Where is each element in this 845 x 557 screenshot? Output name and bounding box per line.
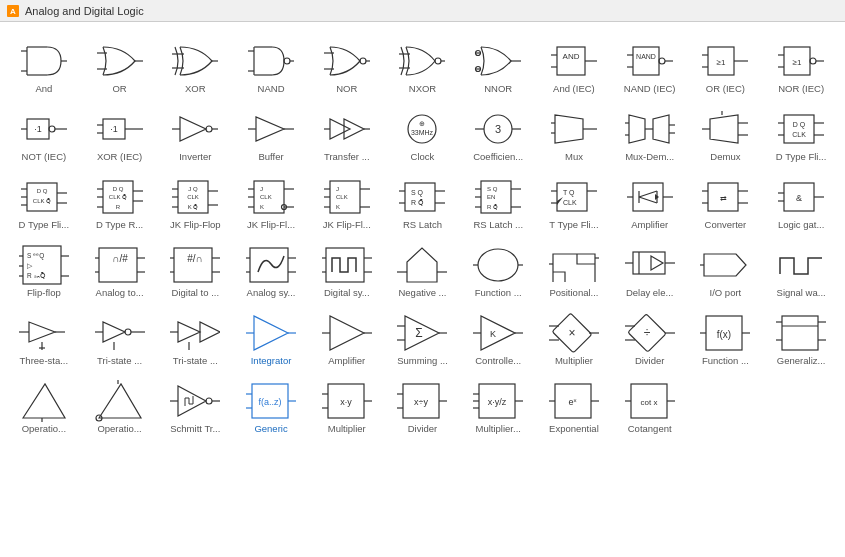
svg-text:R: R xyxy=(115,204,120,210)
svg-text:J: J xyxy=(336,186,339,192)
inverter-cell[interactable]: Inverter xyxy=(157,98,233,166)
svg-marker-237 xyxy=(704,254,746,276)
transfer-cell[interactable]: Transfer ... xyxy=(309,98,385,166)
xor-gate-cell[interactable]: XOR xyxy=(157,30,233,98)
signal-wa-cell[interactable]: Signal wa... xyxy=(763,234,839,302)
cotangent-cell[interactable]: cot x Cotangent xyxy=(612,370,688,438)
amplifier-row3-symbol xyxy=(624,178,676,216)
svg-text:CLK: CLK xyxy=(260,194,272,200)
function-row4-cell[interactable]: Function ... xyxy=(460,234,536,302)
svg-text:33MHz: 33MHz xyxy=(411,129,434,136)
clock-cell[interactable]: ⊕ 33MHz Clock xyxy=(385,98,461,166)
svg-text:f(x): f(x) xyxy=(717,329,731,340)
divider-row6-cell[interactable]: x÷y Divider xyxy=(385,370,461,438)
svg-text:S  ᵉᵉQ: S ᵉᵉQ xyxy=(27,252,44,260)
digital-sy-label: Digital sy... xyxy=(324,287,370,298)
svg-text:CLK: CLK xyxy=(792,131,806,138)
signal-wa-symbol xyxy=(775,246,827,284)
nor-gate-cell[interactable]: NOR xyxy=(309,30,385,98)
tristate2-label: Tri-state ... xyxy=(173,355,218,366)
not-iec-cell[interactable]: ·1 NOT (IEC) xyxy=(6,98,82,166)
logic-gat-cell[interactable]: & Logic gat... xyxy=(763,166,839,234)
svg-text:▷: ▷ xyxy=(27,262,33,269)
svg-marker-71 xyxy=(256,117,284,141)
analog-to-cell[interactable]: ∩/# Analog to... xyxy=(82,234,158,302)
coefficient-cell[interactable]: 3 Coefficien... xyxy=(460,98,536,166)
exponential-cell[interactable]: eˣ Exponential xyxy=(536,370,612,438)
analog-to-symbol: ∩/# xyxy=(94,246,146,284)
or-gate-cell[interactable]: OR xyxy=(82,30,158,98)
tristate2-cell[interactable]: Tri-state ... xyxy=(157,302,233,370)
nxor-gate-cell[interactable]: NXOR xyxy=(385,30,461,98)
function-row5-cell[interactable]: f(x) Function ... xyxy=(688,302,764,370)
mux-dem-cell[interactable]: Mux-Dem... xyxy=(612,98,688,166)
svg-text:∩/#: ∩/# xyxy=(112,253,128,264)
svg-text:J  Q: J Q xyxy=(189,186,199,192)
operatio1-label: Operatio... xyxy=(22,423,66,434)
multiplier-row6-cell[interactable]: x·y Multiplier xyxy=(309,370,385,438)
analog-sy-label: Analog sy... xyxy=(247,287,296,298)
and-gate-cell[interactable]: And xyxy=(6,30,82,98)
symbol-grid: And OR xyxy=(6,30,839,438)
rs-latch-cell[interactable]: S Q R Q̄ RS Latch xyxy=(385,166,461,234)
ttype-cell[interactable]: T Q CLK T Type Fli... xyxy=(536,166,612,234)
schmitt-cell[interactable]: Schmitt Tr... xyxy=(157,370,233,438)
svg-text:EN: EN xyxy=(487,194,495,200)
amplifier-row3-cell[interactable]: Amplifier xyxy=(612,166,688,234)
empty1-cell xyxy=(688,370,764,438)
converter-cell[interactable]: ⇄ Converter xyxy=(688,166,764,234)
divider-row5-cell[interactable]: ÷ Divider xyxy=(612,302,688,370)
svg-marker-75 xyxy=(344,119,364,139)
nnor-gate-cell[interactable]: NNOR xyxy=(460,30,536,98)
multiplier-row5-cell[interactable]: × Multiplier xyxy=(536,302,612,370)
tristate1-cell[interactable]: Tri-state ... xyxy=(82,302,158,370)
delay-cell[interactable]: Delay ele... xyxy=(612,234,688,302)
io-port-cell[interactable]: I/O port xyxy=(688,234,764,302)
dtype-fli1-label: D Type Fli... xyxy=(776,151,827,162)
dtype-fli1-cell[interactable]: D Q CLK D Type Fli... xyxy=(763,98,839,166)
jk-flipflop-cell[interactable]: J Q CLK K Q̄ JK Flip-Flop xyxy=(157,166,233,234)
svg-marker-236 xyxy=(651,256,663,270)
and-iec-cell[interactable]: AND And (IEC) xyxy=(536,30,612,98)
digital-to-cell[interactable]: #/∩ Digital to ... xyxy=(157,234,233,302)
digital-sy-cell[interactable]: Digital sy... xyxy=(309,234,385,302)
mux-cell[interactable]: Mux xyxy=(536,98,612,166)
jk-fl2-cell[interactable]: J CLK K JK Flip-Fl... xyxy=(309,166,385,234)
divider-row5-label: Divider xyxy=(635,355,665,366)
svg-marker-250 xyxy=(178,322,200,342)
controller-cell[interactable]: K Controlle... xyxy=(460,302,536,370)
nor-iec-symbol: ≥1 xyxy=(775,42,827,80)
summing-cell[interactable]: Σ Summing ... xyxy=(385,302,461,370)
generaliz-cell[interactable]: Generaliz... xyxy=(763,302,839,370)
and-iec-symbol: AND xyxy=(548,42,600,80)
operatio1-cell[interactable]: Operatio... xyxy=(6,370,82,438)
cotangent-label: Cotangent xyxy=(628,423,672,434)
amplifier-row5-cell[interactable]: Amplifier xyxy=(309,302,385,370)
dtype-r-label: D Type R... xyxy=(96,219,143,230)
or-iec-cell[interactable]: ≥1 OR (IEC) xyxy=(688,30,764,98)
nor-iec-label: NOR (IEC) xyxy=(778,83,824,94)
nor-gate-label: NOR xyxy=(336,83,357,94)
nor-iec-cell[interactable]: ≥1 NOR (IEC) xyxy=(763,30,839,98)
negative-cell[interactable]: Negative ... xyxy=(385,234,461,302)
svg-line-179 xyxy=(639,191,657,197)
integrator-cell[interactable]: Integrator xyxy=(233,302,309,370)
dtype-r-cell[interactable]: D Q CLK Q̄ R D Type R... xyxy=(82,166,158,234)
dtype-fli2-cell[interactable]: D Q CLK Q̄ D Type Fli... xyxy=(6,166,82,234)
svg-point-27 xyxy=(435,58,441,64)
positional-cell[interactable]: Positional... xyxy=(536,234,612,302)
flipflop-cell[interactable]: S ᵉᵉQ ▷ R ₐₙQ̄ Flip-flop xyxy=(6,234,82,302)
buffer-cell[interactable]: Buffer xyxy=(233,98,309,166)
rs-latch2-cell[interactable]: S Q EN R Q̄ RS Latch ... xyxy=(460,166,536,234)
operatio2-cell[interactable]: Operatio... xyxy=(82,370,158,438)
three-sta-cell[interactable]: Three-sta... xyxy=(6,302,82,370)
demux-cell[interactable]: Demux xyxy=(688,98,764,166)
nand-iec-cell[interactable]: NAND NAND (IEC) xyxy=(612,30,688,98)
io-port-symbol xyxy=(699,246,751,284)
xor-iec-cell[interactable]: ·1 XOR (IEC) xyxy=(82,98,158,166)
multiplier-row6b-cell[interactable]: x·y/z Multiplier... xyxy=(460,370,536,438)
analog-sy-cell[interactable]: Analog sy... xyxy=(233,234,309,302)
jk-fl1-cell[interactable]: J CLK K JK Flip-Fl... xyxy=(233,166,309,234)
generic-cell[interactable]: f(a..z) Generic xyxy=(233,370,309,438)
nand-gate-cell[interactable]: NAND xyxy=(233,30,309,98)
